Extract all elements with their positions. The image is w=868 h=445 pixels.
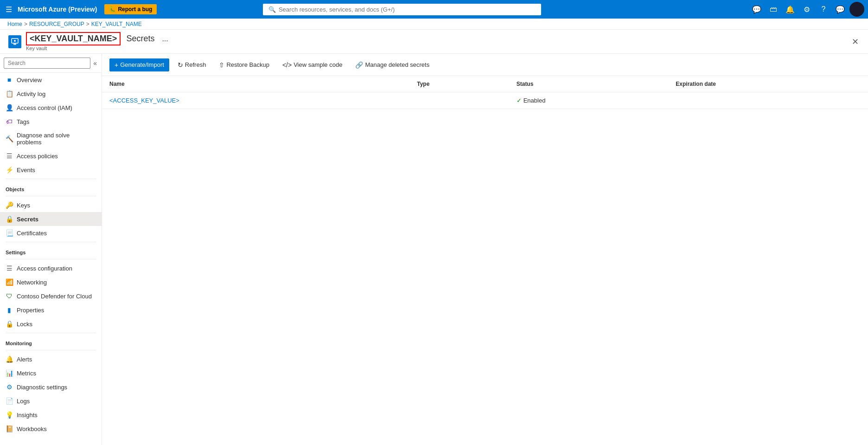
sidebar-item-activity-log[interactable]: 📋 Activity log (0, 87, 102, 101)
col-type: Type (409, 76, 509, 92)
insights-icon: 💡 (6, 411, 13, 419)
feedback-icon[interactable]: 💬 (749, 2, 764, 17)
col-name: Name (102, 76, 409, 92)
secrets-table-area: Name Type Status Expiration date <ACCESS… (102, 76, 868, 445)
vault-name[interactable]: <KEY_VAULT_NAME> (26, 32, 121, 45)
content-area: + Generate/Import ↻ Refresh ⇧ Restore Ba… (102, 54, 868, 445)
secret-type-cell (409, 92, 509, 109)
generate-import-button[interactable]: + Generate/Import (109, 58, 169, 71)
sidebar-search-input[interactable] (4, 58, 90, 69)
view-sample-code-button[interactable]: </> View sample code (278, 59, 347, 71)
link-icon: 🔗 (355, 61, 363, 69)
manage-deleted-secrets-button[interactable]: 🔗 Manage deleted secrets (351, 59, 434, 71)
secret-name-cell[interactable]: <ACCESS_KEY_VALUE> (102, 92, 409, 109)
certificates-icon: 📃 (6, 229, 13, 237)
notifications-icon[interactable]: 🔔 (783, 2, 798, 17)
close-button[interactable]: ✕ (850, 35, 861, 49)
col-status: Status (509, 76, 669, 92)
secrets-icon: 🔒 (6, 215, 13, 223)
events-icon: ⚡ (6, 166, 13, 174)
user-avatar[interactable] (849, 2, 864, 17)
diagnostic-icon: ⚙ (6, 383, 13, 391)
alerts-icon: 🔔 (6, 355, 13, 363)
sidebar-item-diagnostic[interactable]: ⚙ Diagnostic settings (0, 380, 102, 394)
sidebar-item-locks[interactable]: 🔒 Locks (0, 317, 102, 331)
directory-icon[interactable]: 🗃 (766, 2, 781, 17)
logs-icon: 📄 (6, 397, 13, 405)
secret-status-cell: ✓ Enabled (509, 92, 669, 109)
col-expiration: Expiration date (668, 76, 868, 92)
breadcrumb-home[interactable]: Home (7, 21, 22, 27)
nav-icons: 💬 🗃 🔔 ⚙ ? 💬 (749, 2, 864, 17)
sidebar-item-tags[interactable]: 🏷 Tags (0, 115, 102, 129)
sidebar-collapse-icon[interactable]: « (92, 58, 98, 68)
report-bug-button[interactable]: 🐛 Report a bug (104, 4, 157, 14)
sidebar-nav: ■ Overview 📋 Activity log 👤 Access contr… (0, 73, 102, 445)
sidebar-item-access-policies[interactable]: ☰ Access policies (0, 149, 102, 163)
global-search[interactable]: 🔍 (263, 4, 541, 15)
bug-icon: 🐛 (109, 6, 116, 13)
svg-point-2 (14, 40, 16, 42)
sidebar-divider-6 (6, 350, 96, 350)
breadcrumb: Home > RESOURCE_GROUP > KEY_VAULT_NAME (0, 19, 868, 30)
sidebar-item-properties[interactable]: ▮ Properties (0, 303, 102, 317)
table-row[interactable]: <ACCESS_KEY_VALUE> ✓ Enabled (102, 92, 868, 109)
resource-icon (7, 34, 22, 49)
objects-section-label: Objects (0, 181, 102, 194)
sidebar-item-events[interactable]: ⚡ Events (0, 163, 102, 177)
key-vault-icon (8, 35, 21, 48)
sidebar-item-diagnose[interactable]: 🔨 Diagnose and solve problems (0, 129, 102, 149)
feedback2-icon[interactable]: 💬 (833, 2, 848, 17)
sidebar-item-alerts[interactable]: 🔔 Alerts (0, 352, 102, 366)
sidebar-item-access-config[interactable]: ☰ Access configuration (0, 261, 102, 275)
sidebar-search-container: « (0, 54, 102, 73)
vault-label: Key vault (26, 45, 172, 51)
search-icon: 🔍 (268, 6, 276, 13)
sidebar-item-workbooks[interactable]: 📔 Workbooks (0, 422, 102, 436)
more-options-button[interactable]: ... (158, 33, 172, 45)
metrics-icon: 📊 (6, 369, 13, 377)
defender-icon: 🛡 (6, 292, 13, 300)
refresh-button[interactable]: ↻ Refresh (173, 59, 211, 71)
sidebar-item-insights[interactable]: 💡 Insights (0, 408, 102, 422)
properties-icon: ▮ (6, 306, 13, 314)
access-control-icon: 👤 (6, 104, 13, 111)
access-policies-icon: ☰ (6, 152, 13, 160)
breadcrumb-key-vault[interactable]: KEY_VAULT_NAME (91, 21, 142, 27)
sidebar-item-keys[interactable]: 🔑 Keys (0, 198, 102, 212)
restore-backup-button[interactable]: ⇧ Restore Backup (214, 59, 274, 71)
sidebar: « ■ Overview 📋 Activity log 👤 Access con… (0, 54, 102, 445)
settings-icon[interactable]: ⚙ (799, 2, 814, 17)
sidebar-item-logs[interactable]: 📄 Logs (0, 394, 102, 408)
svg-rect-1 (13, 43, 16, 45)
sidebar-item-secrets[interactable]: 🔒 Secrets (0, 212, 102, 226)
breadcrumb-resource-group[interactable]: RESOURCE_GROUP (29, 21, 84, 27)
sidebar-item-overview[interactable]: ■ Overview (0, 73, 102, 87)
sidebar-divider-1 (6, 179, 96, 179)
top-nav: ☰ Microsoft Azure (Preview) 🐛 Report a b… (0, 0, 868, 19)
sidebar-item-metrics[interactable]: 📊 Metrics (0, 366, 102, 380)
keys-icon: 🔑 (6, 201, 13, 209)
help-icon[interactable]: ? (816, 2, 831, 17)
workbooks-icon: 📔 (6, 425, 13, 432)
sidebar-item-access-control[interactable]: 👤 Access control (IAM) (0, 101, 102, 115)
sidebar-item-certificates[interactable]: 📃 Certificates (0, 226, 102, 240)
secrets-table-body: <ACCESS_KEY_VALUE> ✓ Enabled (102, 92, 868, 109)
page-title-section: <KEY_VAULT_NAME> Secrets ... Key vault (26, 32, 172, 51)
page-header: <KEY_VAULT_NAME> Secrets ... Key vault ✕ (0, 30, 868, 54)
page-subtitle: Secrets (126, 34, 154, 44)
hamburger-menu[interactable]: ☰ (4, 3, 14, 16)
refresh-icon: ↻ (178, 61, 183, 69)
status-enabled: ✓ Enabled (517, 97, 661, 104)
global-search-input[interactable] (279, 6, 536, 13)
plus-icon: + (115, 61, 118, 69)
activity-log-icon: 📋 (6, 90, 13, 97)
grid-icon: ■ (6, 76, 13, 84)
code-icon: </> (282, 61, 292, 69)
sidebar-item-defender[interactable]: 🛡 Contoso Defender for Cloud (0, 289, 102, 303)
upload-icon: ⇧ (219, 61, 224, 69)
sidebar-divider-5 (6, 333, 96, 333)
table-header-row: Name Type Status Expiration date (102, 76, 868, 92)
networking-icon: 📶 (6, 278, 13, 286)
sidebar-item-networking[interactable]: 📶 Networking (0, 275, 102, 289)
